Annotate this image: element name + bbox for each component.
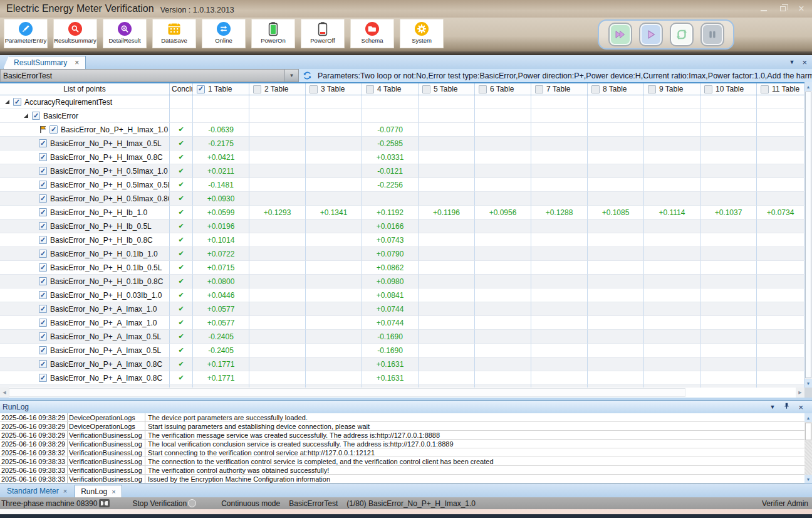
grid-vertical-scrollbar[interactable]: ▲ ▼	[804, 82, 812, 388]
log-row[interactable]: 2025-06-16 09:38:29DeviceOperationLogsTh…	[0, 413, 804, 422]
scroll-down-icon[interactable]: ▼	[804, 379, 812, 388]
tree-group-row[interactable]: BasicError	[0, 109, 812, 123]
log-row[interactable]: 2025-06-16 09:38:29VerificationBusinessL…	[0, 440, 804, 448]
point-row[interactable]: BasicError_No_P+_H_0.03Ib_1.0✔+0.0446+0.…	[0, 288, 812, 302]
log-row[interactable]: 2025-06-16 09:38:33VerificationBusinessL…	[0, 457, 804, 466]
point-row[interactable]: BasicError_No_P+_H_0.1Ib_1.0✔+0.0722+0.0…	[0, 247, 812, 261]
runlog-scrollbar-track[interactable]	[804, 441, 812, 475]
fast-forward-button[interactable]	[608, 23, 632, 46]
play-button[interactable]	[639, 23, 663, 46]
close-button[interactable]: ×	[796, 4, 807, 13]
table-column-checkbox[interactable]	[197, 85, 205, 93]
runlog-vertical-scrollbar[interactable]: ▲ ▼	[804, 413, 812, 484]
point-checkbox[interactable]	[39, 236, 47, 244]
bottom-tab-standard-meter[interactable]: Standard Meter×	[1, 485, 73, 497]
scrollbar-thumb[interactable]	[805, 92, 811, 378]
point-row[interactable]: BasicError_No_P+_A_Imax_0.8C✔+0.1771+0.1…	[0, 371, 812, 385]
runlog-close-icon[interactable]: ×	[798, 403, 803, 412]
point-checkbox[interactable]	[39, 139, 47, 147]
log-row[interactable]: 2025-06-16 09:38:32VerificationBusinessL…	[0, 448, 804, 457]
point-row[interactable]: BasicError_No_P+_H_Ib_0.5L✔+0.0196+0.016…	[0, 219, 812, 233]
table-column-checkbox[interactable]	[253, 85, 261, 93]
point-checkbox[interactable]	[49, 125, 58, 134]
table-column-checkbox[interactable]	[704, 85, 712, 93]
runlog-scroll-up-icon[interactable]: ▲	[804, 413, 812, 422]
point-row[interactable]: BasicError_No_P+_A_Imax_0.5L✔-0.2405-0.1…	[0, 330, 812, 344]
tab-close-icon[interactable]: ×	[75, 58, 79, 67]
refresh-icon[interactable]	[299, 69, 315, 82]
toolbar-button-schema[interactable]: Schema	[350, 19, 394, 48]
point-row[interactable]: BasicError_No_P+_H_Ib_0.8C✔+0.1014+0.074…	[0, 233, 812, 247]
point-row[interactable]: BasicError_No_P+_H_0.5Imax_0.8C✔+0.0930	[0, 192, 812, 206]
pause-button[interactable]	[700, 23, 724, 46]
tabstrip-close-icon[interactable]: ×	[802, 58, 807, 67]
tab-list-dropdown-icon[interactable]: ▼	[789, 59, 794, 65]
scroll-up-icon[interactable]: ▲	[804, 82, 812, 91]
point-row[interactable]: BasicError_No_P+_H_0.5Imax_1.0✔+0.0211-0…	[0, 164, 812, 178]
table-column-checkbox[interactable]	[310, 85, 318, 93]
toolbar-button-poweroff[interactable]: PowerOff	[301, 19, 345, 48]
tree-group-row[interactable]: AccuracyRequirementTest	[0, 95, 812, 109]
point-checkbox[interactable]	[39, 305, 47, 313]
table-column-checkbox[interactable]	[535, 85, 543, 93]
dropdown-arrow-icon[interactable]: ▼	[284, 70, 298, 82]
point-checkbox[interactable]	[39, 332, 47, 341]
point-checkbox[interactable]	[39, 319, 47, 327]
point-row[interactable]: BasicError_No_P+_H_0.5Imax_0.5L✔-0.1481-…	[0, 178, 812, 192]
scroll-right-icon[interactable]: ▶	[796, 388, 804, 398]
table-column-checkbox[interactable]	[366, 85, 374, 93]
point-checkbox[interactable]	[39, 181, 47, 189]
toolbar-button-poweron[interactable]: PowerOn	[251, 19, 295, 48]
toolbar-button-online[interactable]: Online	[202, 19, 246, 48]
table-column-checkbox[interactable]	[761, 85, 769, 93]
runlog-dropdown-icon[interactable]: ▼	[769, 404, 775, 410]
toolbar-button-parameterentry[interactable]: ParameterEntry	[4, 19, 48, 48]
bottom-tab-close-icon[interactable]: ×	[112, 488, 115, 495]
point-checkbox[interactable]	[39, 250, 47, 258]
log-row[interactable]: 2025-06-16 09:38:33VerificationBusinessL…	[0, 475, 804, 484]
point-row[interactable]: BasicError_No_P+_H_Imax_1.0✔-0.0639-0.07…	[0, 123, 812, 137]
node-checkbox[interactable]	[13, 98, 21, 106]
point-checkbox[interactable]	[39, 208, 47, 216]
point-checkbox[interactable]	[39, 374, 47, 382]
point-row[interactable]: BasicError_No_P+_H_Imax_0.8C✔+0.0421+0.0…	[0, 151, 812, 164]
point-checkbox[interactable]	[39, 153, 47, 161]
hscroll-thumb[interactable]	[9, 388, 685, 397]
point-row[interactable]: BasicError_No_P+_H_0.1Ib_0.5L✔+0.0715+0.…	[0, 261, 812, 275]
tab-resultsummary[interactable]: ResultSummary ×	[3, 56, 86, 69]
log-row[interactable]: 2025-06-16 09:38:29VerificationBusinessL…	[0, 431, 804, 440]
minimize-button[interactable]	[758, 4, 769, 13]
runlog-scrollbar-thumb[interactable]	[805, 423, 811, 440]
table-column-checkbox[interactable]	[591, 85, 600, 93]
expander-icon[interactable]	[24, 114, 28, 118]
point-checkbox[interactable]	[39, 360, 47, 368]
table-column-checkbox[interactable]	[422, 85, 430, 93]
point-row[interactable]: BasicError_No_P+_A_Imax_0.8C✔+0.1771+0.1…	[0, 357, 812, 371]
stop-verification-toggle[interactable]	[188, 499, 196, 507]
node-checkbox[interactable]	[32, 112, 40, 120]
hscroll-track[interactable]	[9, 388, 796, 398]
point-checkbox[interactable]	[39, 222, 47, 230]
log-row[interactable]: 2025-06-16 09:38:29DeviceOperationLogsSt…	[0, 422, 804, 431]
runlog-scroll-down-icon[interactable]: ▼	[804, 475, 812, 484]
pin-icon[interactable]	[783, 403, 790, 411]
log-row[interactable]: 2025-06-16 09:38:33VerificationBusinessL…	[0, 466, 804, 475]
toolbar-button-datasave[interactable]: DataSave	[152, 19, 196, 48]
point-checkbox[interactable]	[39, 263, 47, 272]
point-checkbox[interactable]	[39, 167, 47, 175]
loop-button[interactable]	[670, 23, 694, 46]
bottom-tab-close-icon[interactable]: ×	[63, 487, 67, 495]
table-column-checkbox[interactable]	[648, 85, 656, 93]
bottom-tab-runlog[interactable]: RunLog×	[75, 485, 122, 497]
point-row[interactable]: BasicError_No_P+_H_0.1Ib_0.8C✔+0.0800+0.…	[0, 275, 812, 288]
toolbar-button-detailresult[interactable]: DetailResult	[103, 19, 147, 48]
grid-horizontal-scrollbar[interactable]: ◀ ▶	[0, 388, 812, 398]
table-column-checkbox[interactable]	[479, 85, 487, 93]
point-checkbox[interactable]	[39, 291, 47, 299]
point-row[interactable]: BasicError_No_P+_H_Ib_1.0✔+0.0599+0.1293…	[0, 206, 812, 219]
toolbar-button-system[interactable]: System	[400, 19, 444, 48]
maximize-button[interactable]	[777, 4, 788, 13]
point-row[interactable]: BasicError_No_P+_A_Imax_0.5L✔-0.2405-0.1…	[0, 344, 812, 357]
expander-icon[interactable]	[5, 100, 9, 104]
toolbar-button-resultsummary[interactable]: ResultSummary	[53, 19, 97, 48]
